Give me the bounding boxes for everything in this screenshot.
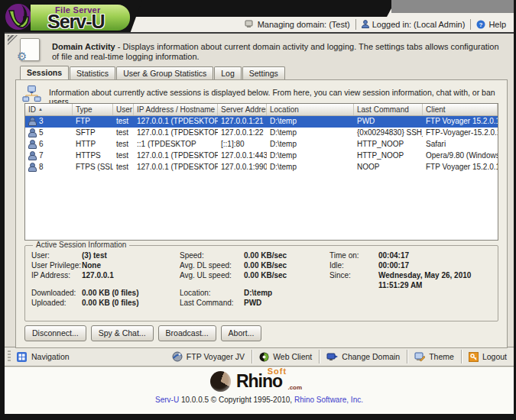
copyright-line: Serv-U 10.0.0.5 © Copyright 1995-2010, R…	[5, 396, 514, 404]
column-header[interactable]: Location	[267, 104, 354, 115]
logged-in-item[interactable]: Logged in: (Local Admin)	[362, 20, 466, 29]
table-cell: 6	[25, 139, 73, 150]
field-value: 00:00:17	[378, 260, 516, 270]
table-cell: FTP-Voyager-15.2.0.11	[423, 128, 498, 139]
column-header[interactable]: User	[113, 104, 134, 115]
table-cell: 127.0.0.1:443	[218, 150, 267, 162]
field-label	[31, 280, 82, 288]
table-cell: 8	[25, 162, 73, 173]
field-value: D:\temp	[244, 288, 329, 298]
table-cell: test	[113, 128, 134, 139]
utility-bar: Managing domain: (Test) Logged in: (Loca…	[245, 16, 506, 32]
help-label: Help	[488, 20, 506, 29]
table-cell: test	[113, 139, 134, 150]
gear-icon: ⚙	[17, 50, 27, 63]
disconnect-button[interactable]: Disconnect...	[24, 325, 86, 341]
change-domain-button[interactable]: Change Domain	[320, 347, 407, 366]
table-cell: D:\temp	[267, 162, 354, 173]
field-value: Wednesday, May 26, 2010 11:51:29 AM	[378, 270, 516, 290]
theme-label: Theme	[429, 352, 454, 361]
rhinosoft-logo-soft: Soft	[268, 367, 287, 376]
table-cell: 127.0.0.1 (TPDESKTOP	[134, 162, 218, 173]
fieldset-group: Speed:0.00 KB/secAvg. DL speed:0.00 KB/s…	[180, 250, 329, 308]
table-cell: 127.0.0.1 (TPDESKTOP	[134, 128, 218, 139]
table-row[interactable]: 7HTTPStest127.0.0.1 (TPDESKTOP127.0.0.1:…	[25, 150, 498, 162]
broadcast-button[interactable]: Broadcast...	[158, 325, 216, 341]
help-item[interactable]: ? Help	[476, 20, 506, 29]
table-cell: D:\temp	[267, 116, 354, 128]
desktop-background	[391, 0, 514, 13]
field-value: PWD	[244, 298, 329, 308]
table-cell: D:\temp	[267, 150, 354, 162]
active-session-fieldset: Active Session Information User:(3) test…	[24, 245, 498, 321]
tab-log[interactable]: Log	[214, 66, 242, 79]
table-cell: {0x00294830} SSH_FX...	[354, 128, 423, 139]
field-value: None	[82, 260, 180, 270]
table-header: ID▲TypeUserIP Address / HostnameServer A…	[25, 104, 498, 116]
table-cell: test	[113, 150, 134, 162]
ftp-voyager-jv-button[interactable]: FTP Voyager JV	[165, 347, 252, 366]
logout-button[interactable]: Logout	[462, 347, 514, 366]
column-header[interactable]: Server Address	[218, 104, 267, 115]
table-cell: D:\temp	[267, 128, 354, 139]
window-frame: Managing domain: (Test) Logged in: (Loca…	[0, 0, 516, 420]
abort-button[interactable]: Abort...	[221, 325, 262, 341]
field-value: 0.00 KB/sec	[244, 260, 329, 270]
table-cell: 127.0.0.1 (TPDESKTOP	[134, 150, 218, 162]
theme-button[interactable]: Theme	[407, 347, 461, 366]
toolbar-right: FTP Voyager JV Web Client Change Domain …	[165, 347, 514, 366]
session-user-icon	[28, 128, 35, 135]
logo-product-name: Serv-U	[47, 11, 105, 33]
field-label: Uploaded:	[31, 298, 82, 308]
domain-activity-icon: ⚙	[20, 38, 40, 61]
web-client-button[interactable]: Web Client	[252, 347, 319, 366]
tab-user-group-statistics[interactable]: User & Group Statistics	[116, 66, 213, 79]
fieldset-grid: User:(3) testUser Privilege:NoneIP Addre…	[31, 250, 495, 308]
table-row[interactable]: 5SFTPtest127.0.0.1 (TPDESKTOP127.0.0.1:2…	[25, 128, 498, 139]
table-cell: HTTP_NOOP	[354, 150, 423, 162]
rhino-software-link[interactable]: Rhino Software, Inc.	[294, 396, 363, 404]
resize-grip-icon[interactable]	[8, 35, 18, 45]
active-sessions-icon	[22, 85, 41, 103]
logged-in-label: Logged in: (Local Admin)	[372, 20, 466, 29]
field-label: Downloaded:	[31, 288, 82, 298]
table-cell: FTP Voyager 15.2.0.11	[423, 162, 498, 173]
serv-u-link[interactable]: Serv-U	[155, 396, 179, 404]
managing-domain-item[interactable]: Managing domain: (Test)	[245, 20, 350, 29]
field-label: Idle:	[329, 260, 378, 270]
spy-&-chat-button[interactable]: Spy & Chat...	[91, 325, 154, 341]
field-value: 00:04:17	[378, 250, 516, 260]
table-row[interactable]: 3FTPtest127.0.0.1 (TPDESKTOP127.0.0.1:21…	[25, 116, 498, 128]
table-row[interactable]: 6HTTPtest::1 (TPDESKTOP[::1]:80D:\tempHT…	[25, 139, 498, 150]
table-cell: test	[113, 162, 134, 173]
tab-sessions[interactable]: Sessions	[20, 66, 69, 79]
field-label	[180, 280, 244, 288]
separator	[470, 19, 471, 30]
fieldset-group: Time on:00:04:17Idle:00:00:17Since:Wedne…	[329, 250, 516, 308]
tab-statistics[interactable]: Statistics	[70, 66, 115, 79]
column-header[interactable]: Client	[423, 104, 498, 115]
navigation-grid-icon	[17, 352, 27, 362]
tab-settings[interactable]: Settings	[242, 66, 285, 79]
fieldset-group: User:(3) testUser Privilege:NoneIP Addre…	[31, 250, 180, 308]
column-header[interactable]: Type	[73, 104, 113, 115]
navigation-button[interactable]: Navigation	[11, 350, 76, 364]
table-cell: Safari	[423, 139, 498, 150]
column-header[interactable]: IP Address / Hostname	[134, 104, 218, 115]
table-cell: 127.0.0.1:22	[218, 128, 267, 139]
field-label: Since:	[329, 270, 378, 290]
table-cell: FTP Voyager 15.2.0.11	[423, 116, 498, 128]
column-header[interactable]: Last Command	[354, 104, 423, 115]
table-cell: 127.0.0.1:21	[218, 116, 267, 128]
session-user-icon	[28, 163, 35, 170]
field-value: 0.00 KB (0 files)	[82, 288, 180, 298]
field-label: User:	[31, 250, 82, 260]
table-cell: 127.0.0.1 (TPDESKTOP	[134, 116, 218, 128]
table-cell: 3	[25, 116, 73, 128]
field-label: IP Address:	[31, 270, 82, 280]
theme-icon	[414, 352, 425, 362]
table-body: 3FTPtest127.0.0.1 (TPDESKTOP127.0.0.1:21…	[25, 116, 498, 173]
column-header[interactable]: ID▲	[25, 104, 73, 115]
table-row[interactable]: 8FTPS (SSL)test127.0.0.1 (TPDESKTOP127.0…	[25, 162, 498, 173]
managing-domain-label: Managing domain: (Test)	[258, 20, 350, 29]
